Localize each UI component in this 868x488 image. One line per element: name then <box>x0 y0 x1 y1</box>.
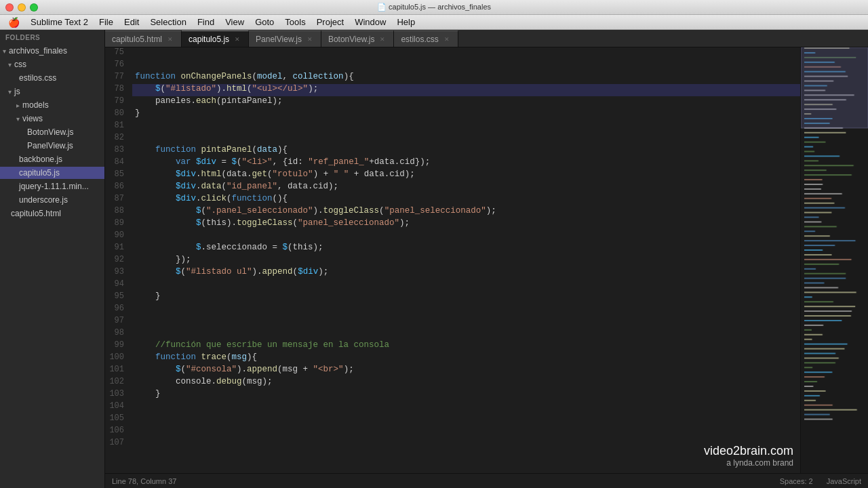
minimap[interactable] <box>800 47 868 473</box>
code-line <box>132 438 800 450</box>
line-number: 87 <box>105 194 132 206</box>
table-row: 76 <box>105 60 800 72</box>
expand-icon: ▾ <box>8 88 12 96</box>
tab-capitulo5-js[interactable]: capitulo5.js ✕ <box>182 30 249 47</box>
menu-goto[interactable]: Goto <box>250 16 279 28</box>
sidebar-item-botonview[interactable]: BotonView.js <box>0 125 104 139</box>
sidebar-folder-label: models <box>22 100 49 110</box>
line-number: 92 <box>105 255 132 267</box>
line-number: 80 <box>105 108 132 121</box>
menubar: 🍎 Sublime Text 2 File Edit Selection Fin… <box>0 15 868 30</box>
menu-selection[interactable]: Selection <box>144 16 191 28</box>
title-icon: 📄 <box>377 3 387 11</box>
line-number: 76 <box>105 60 132 72</box>
line-number: 107 <box>105 438 132 450</box>
table-row: 96 <box>105 304 800 316</box>
menu-edit[interactable]: Edit <box>119 16 144 28</box>
sidebar-file-label: underscore.js <box>19 195 68 205</box>
code-line: $.seleccionado = $(this); <box>132 243 800 255</box>
code-line <box>132 401 800 413</box>
line-number: 82 <box>105 133 132 145</box>
code-line: $(".panel_seleccionado").toggleClass("pa… <box>132 206 800 218</box>
code-line <box>132 60 800 72</box>
sidebar-item-backbone[interactable]: backbone.js <box>0 152 104 166</box>
line-number: 79 <box>105 96 132 108</box>
line-number: 94 <box>105 279 132 291</box>
table-row: 99 //función que escribe un mensaje en l… <box>105 340 800 352</box>
menu-file[interactable]: File <box>94 16 119 28</box>
code-line <box>132 47 800 60</box>
tab-label: PanelView.js <box>256 35 302 44</box>
main-layout: FOLDERS ▾ archivos_finales ▾ css estilos… <box>0 30 868 488</box>
sidebar-item-js[interactable]: ▾ js <box>0 85 104 98</box>
table-row: 98 <box>105 328 800 340</box>
menu-view[interactable]: View <box>220 16 250 28</box>
expand-icon: ▸ <box>16 102 20 109</box>
menu-app[interactable]: Sublime Text 2 <box>25 16 94 28</box>
code-line: console.debug(msg); <box>132 377 800 389</box>
table-row: 88 $(".panel_seleccionado").toggleClass(… <box>105 206 800 218</box>
watermark-sub: a lynda.com brand <box>704 458 793 468</box>
sidebar-item-underscore[interactable]: underscore.js <box>0 193 104 207</box>
minimap-canvas <box>801 47 868 450</box>
table-row: 93 $("#listado ul").append($div); <box>105 267 800 279</box>
code-line: } <box>132 108 800 121</box>
code-editor[interactable]: 757677function onChangePanels(model, col… <box>105 47 800 473</box>
tab-panelview[interactable]: PanelView.js ✕ <box>249 30 321 47</box>
line-number: 102 <box>105 377 132 389</box>
sidebar-folder-label: js <box>14 87 20 96</box>
table-row: 82 <box>105 133 800 145</box>
window-title: 📄 capitulo5.js — archivos_finales <box>377 3 491 12</box>
line-number: 77 <box>105 72 132 84</box>
maximize-button[interactable] <box>30 3 38 12</box>
tab-capitulo5-html[interactable]: capitulo5.html ✕ <box>105 30 182 47</box>
line-number: 89 <box>105 218 132 230</box>
sidebar-item-archivos_finales[interactable]: ▾ archivos_finales <box>0 44 104 58</box>
table-row: 81 <box>105 121 800 133</box>
table-row: 83 function pintaPanel(data){ <box>105 145 800 157</box>
tab-label: BotonView.js <box>328 35 375 44</box>
menu-find[interactable]: Find <box>192 16 220 28</box>
sidebar-item-css[interactable]: ▾ css <box>0 58 104 71</box>
code-line: $div.html(data.get("rotulo") + " " + dat… <box>132 169 800 182</box>
tab-botonview[interactable]: BotonView.js ✕ <box>321 30 395 47</box>
sidebar-item-capitulo5-js[interactable]: capitulo5.js <box>0 166 104 180</box>
code-line: $div.click(function(){ <box>132 194 800 206</box>
minimize-button[interactable] <box>18 3 26 12</box>
tab-close-icon[interactable]: ✕ <box>306 35 314 43</box>
code-line: $(this).toggleClass("panel_seleccionado"… <box>132 218 800 230</box>
window-controls[interactable] <box>5 3 38 12</box>
code-line: }); <box>132 255 800 267</box>
sidebar-item-capitulo5-html[interactable]: capitulo5.html <box>0 207 104 220</box>
close-button[interactable] <box>5 3 14 12</box>
line-number: 106 <box>105 426 132 438</box>
sidebar-item-jquery[interactable]: jquery-1.11.1.min... <box>0 180 104 193</box>
code-line <box>132 426 800 438</box>
menu-window[interactable]: Window <box>349 16 391 28</box>
tab-estilos[interactable]: estilos.css ✕ <box>394 30 458 47</box>
sidebar-item-estilos-css[interactable]: estilos.css <box>0 71 104 85</box>
folders-label: FOLDERS <box>0 30 104 44</box>
sidebar-item-models[interactable]: ▸ models <box>0 98 104 112</box>
sidebar-item-views[interactable]: ▾ views <box>0 112 104 125</box>
code-line <box>132 413 800 426</box>
sidebar-file-label: estilos.css <box>19 73 56 83</box>
code-line: function onChangePanels(model, collectio… <box>132 72 800 84</box>
tab-close-icon[interactable]: ✕ <box>378 35 387 43</box>
tab-close-icon[interactable]: ✕ <box>443 35 451 43</box>
menu-project[interactable]: Project <box>311 16 349 28</box>
menu-tools[interactable]: Tools <box>279 16 311 28</box>
tab-close-icon[interactable]: ✕ <box>233 35 241 43</box>
sidebar-item-panelview[interactable]: PanelView.js <box>0 139 104 152</box>
table-row: 105 <box>105 413 800 426</box>
apple-menu[interactable]: 🍎 <box>3 17 25 28</box>
code-line: $div.data("id_panel", data.cid); <box>132 182 800 194</box>
tab-label: capitulo5.html <box>112 35 162 44</box>
menu-help[interactable]: Help <box>391 16 420 28</box>
sidebar-folder-label: css <box>14 60 26 69</box>
table-row: 89 $(this).toggleClass("panel_selecciona… <box>105 218 800 230</box>
code-table: 757677function onChangePanels(model, col… <box>105 47 800 450</box>
tab-close-icon[interactable]: ✕ <box>166 35 174 43</box>
line-number: 91 <box>105 243 132 255</box>
table-row: 97 <box>105 316 800 328</box>
